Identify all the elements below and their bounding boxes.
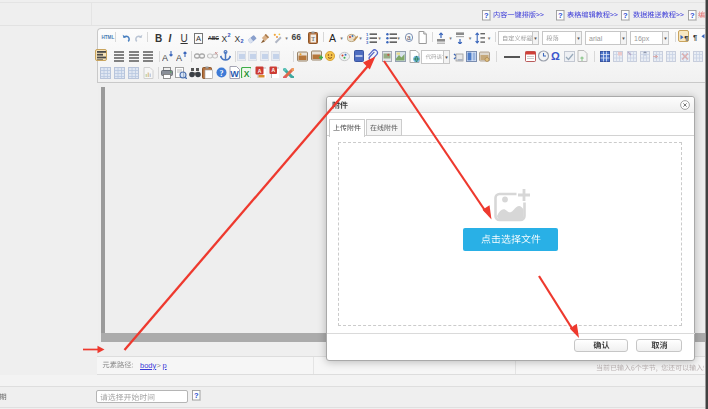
svg-text:?: ? <box>689 11 694 20</box>
svg-text:3: 3 <box>366 40 369 44</box>
svg-text:¶: ¶ <box>693 33 697 41</box>
svg-text:?: ? <box>558 11 563 20</box>
svg-text:A: A <box>271 67 275 73</box>
svg-text:?: ? <box>623 11 628 20</box>
svg-text:A: A <box>258 68 262 74</box>
svg-text:?: ? <box>194 391 199 400</box>
svg-text:T: T <box>311 36 315 42</box>
svg-text:A: A <box>176 53 182 63</box>
svg-text:?: ? <box>220 69 224 78</box>
svg-text:X: X <box>244 69 250 79</box>
svg-text:¶: ¶ <box>684 34 688 41</box>
svg-text:W: W <box>230 69 239 79</box>
svg-text:?: ? <box>484 11 489 20</box>
svg-text:A: A <box>162 53 168 63</box>
